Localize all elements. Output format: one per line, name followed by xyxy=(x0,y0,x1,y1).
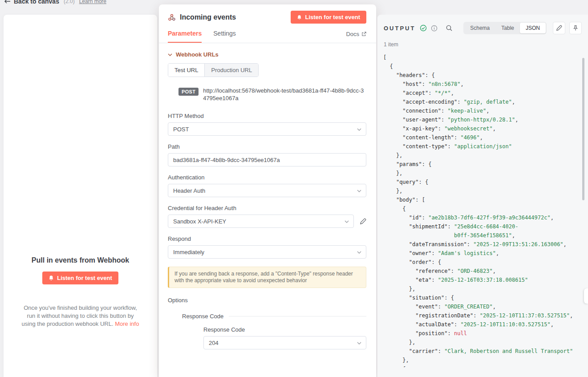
info-icon[interactable] xyxy=(431,25,438,32)
panel-resize-handle[interactable] xyxy=(584,288,588,304)
respond-value: Immediately xyxy=(173,249,204,255)
search-icon xyxy=(446,24,453,32)
chevron-down-icon xyxy=(168,53,172,56)
response-code-select[interactable]: 204 xyxy=(203,336,366,349)
production-url-tab[interactable]: Production URL xyxy=(204,64,258,77)
chevron-down-icon xyxy=(357,128,361,131)
input-panel-description: Once you've finished building your workf… xyxy=(20,304,140,328)
respond-label: Respond xyxy=(168,235,366,242)
output-panel: OUTPUT Schema Table JSON 1 item [ { "hea… xyxy=(377,15,588,377)
input-panel: Pull in events from Webhook Listen for t… xyxy=(4,15,157,377)
tab-parameters[interactable]: Parameters xyxy=(168,25,202,43)
response-code-field: Response Code 204 xyxy=(203,326,366,349)
node-settings-modal: Incoming events Listen for test event Pa… xyxy=(159,4,376,377)
credential-select[interactable]: Sandbox X-API-KEY xyxy=(168,215,354,228)
http-method-field: HTTP Method POST xyxy=(168,113,366,136)
respond-field: Respond Immediately xyxy=(168,235,366,259)
modal-header: Incoming events Listen for test event xyxy=(159,4,376,24)
webhook-url-row: POST http://localhost:5678/webhook-test/… xyxy=(178,87,366,102)
content-type-notice: If you are sending back a response, add … xyxy=(168,267,366,288)
url-type-switch: Test URL Production URL xyxy=(168,63,259,77)
output-view-tabs: Schema Table JSON xyxy=(463,22,547,34)
bell-icon xyxy=(49,275,54,281)
output-scrollbar[interactable] xyxy=(582,58,584,200)
view-tab-json[interactable]: JSON xyxy=(520,23,546,33)
docs-link[interactable]: Docs xyxy=(346,31,366,43)
response-code-label: Response Code xyxy=(203,326,366,333)
modal-listen-for-test-event-button[interactable]: Listen for test event xyxy=(291,11,366,24)
credential-label: Credential for Header Auth xyxy=(168,205,366,211)
learn-more-link[interactable]: Learn more xyxy=(79,0,106,4)
pencil-icon xyxy=(360,218,366,225)
listen-button-label: Listen for test event xyxy=(57,275,112,281)
http-method-value: POST xyxy=(173,126,189,133)
response-code-section-label: Response Code xyxy=(182,313,223,320)
path-input[interactable] xyxy=(168,153,366,166)
output-title: OUTPUT xyxy=(384,25,415,32)
bell-icon xyxy=(297,15,302,20)
webhook-urls-toggle[interactable]: Webhook URLs xyxy=(168,51,366,58)
response-code-value: 204 xyxy=(209,340,219,346)
http-method-label: HTTP Method xyxy=(168,113,366,119)
node-version-label: (2.0) xyxy=(64,0,75,4)
docs-label: Docs xyxy=(346,31,359,37)
authentication-value: Header Auth xyxy=(173,187,205,194)
output-search-button[interactable] xyxy=(446,24,453,32)
pin-data-button[interactable] xyxy=(569,22,582,34)
credential-field: Credential for Header Auth Sandbox X-API… xyxy=(168,205,366,228)
path-field: Path xyxy=(168,143,366,166)
json-code: [ { "headers": { "host": "n8n:5678", "ac… xyxy=(383,53,588,367)
credential-value: Sandbox X-API-KEY xyxy=(173,218,226,225)
authentication-label: Authentication xyxy=(168,174,366,181)
http-method-badge: POST xyxy=(178,88,199,96)
back-label: Back to canvas xyxy=(14,0,59,5)
input-panel-content: Pull in events from Webhook Listen for t… xyxy=(4,256,157,328)
respond-select[interactable]: Immediately xyxy=(168,245,366,259)
parameters-pane: Webhook URLs Test URL Production URL POS… xyxy=(159,43,376,377)
edit-credential-button[interactable] xyxy=(360,218,366,225)
modal-listen-button-label: Listen for test event xyxy=(305,14,360,20)
path-label: Path xyxy=(168,143,366,150)
back-to-canvas-link[interactable]: Back to canvas xyxy=(4,0,59,5)
webhook-urls-label: Webhook URLs xyxy=(176,51,219,58)
success-check-icon xyxy=(420,24,427,32)
chevron-down-icon xyxy=(357,342,361,345)
chevron-down-icon xyxy=(357,190,361,192)
pencil-icon xyxy=(556,25,562,31)
modal-tabs: Parameters Settings Docs xyxy=(159,25,376,43)
webhook-url-text[interactable]: http://localhost:5678/webhook-test/bad36… xyxy=(203,87,366,102)
authentication-field: Authentication Header Auth xyxy=(168,174,366,197)
edit-output-button[interactable] xyxy=(553,22,565,34)
chevron-down-icon xyxy=(345,220,349,223)
response-code-section-header: Response Code xyxy=(182,313,366,320)
more-info-link[interactable]: More info xyxy=(115,320,139,327)
canvas-header: Back to canvas (2.0) Learn more xyxy=(4,0,106,7)
options-label: Options xyxy=(168,297,366,304)
http-method-select[interactable]: POST xyxy=(168,122,366,136)
view-tab-schema[interactable]: Schema xyxy=(464,23,495,33)
authentication-select[interactable]: Header Auth xyxy=(168,184,366,197)
pin-icon xyxy=(572,25,579,31)
view-tab-table[interactable]: Table xyxy=(495,23,520,33)
input-panel-title: Pull in events from Webhook xyxy=(20,256,140,264)
external-link-icon xyxy=(361,32,366,36)
output-header: OUTPUT Schema Table JSON xyxy=(377,15,588,34)
tab-settings[interactable]: Settings xyxy=(213,25,236,43)
divider-line xyxy=(229,316,366,316)
webhook-node-icon xyxy=(168,13,176,21)
test-url-tab[interactable]: Test URL xyxy=(168,64,204,77)
listen-for-test-event-button[interactable]: Listen for test event xyxy=(42,272,118,284)
chevron-down-icon xyxy=(357,251,361,254)
back-arrow-icon xyxy=(4,0,11,4)
modal-title: Incoming events xyxy=(180,13,291,21)
items-count: 1 item xyxy=(384,41,588,48)
